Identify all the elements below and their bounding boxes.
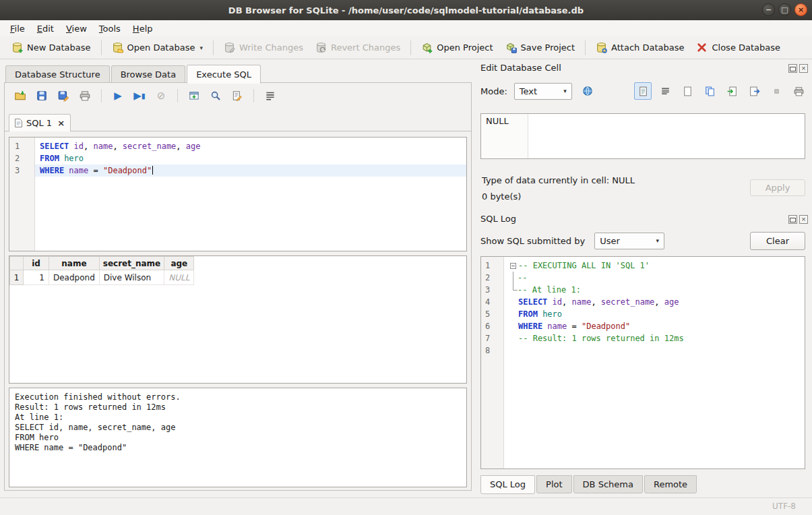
results-table: idnamesecret_nameage11DeadpondDive Wilso… [9,256,194,285]
project-save-icon [505,42,517,53]
open-database-dropdown-icon[interactable]: ▾ [199,44,203,51]
log-line: WHERE name = "Deadpond" [504,320,805,332]
globe-icon [582,85,594,97]
new-database-button[interactable]: New Database [5,38,97,57]
main-tab-bar: Database Structure Browse Data Execute S… [5,64,262,83]
message-line: At line 1: [15,413,461,423]
execute-all-button[interactable]: ▶ [109,87,127,104]
text-mode-button[interactable] [634,82,652,100]
tab-execute-sql[interactable]: Execute SQL [187,65,261,84]
cell-name[interactable]: Deadpond [49,270,100,285]
printer-icon [793,86,805,97]
tab-database-structure[interactable]: Database Structure [5,65,110,83]
auto-format-button[interactable] [228,87,246,104]
undock-icon[interactable] [788,64,797,73]
close-window-button[interactable]: × [794,3,807,16]
attach-database-button[interactable]: Attach Database [590,38,690,57]
tab-remote[interactable]: Remote [644,475,697,493]
apply-button[interactable]: Apply [750,179,805,196]
stop-execution-button[interactable]: ⊘ [152,87,170,104]
tab-browse-data[interactable]: Browse Data [111,65,186,83]
open-database-button[interactable]: Open Database ▾ [106,38,209,57]
column-header-age[interactable]: age [164,257,194,270]
cell-type-info: Type of data currently in cell: NULL [482,175,635,185]
import-cell-button[interactable] [723,82,741,100]
undock-icon[interactable] [788,215,797,224]
menu-tools[interactable]: Tools [93,22,127,36]
execute-line-button[interactable]: ▶▮ [131,87,148,104]
right-pane: Edit Database Cell × Mode: Text ▾ [476,59,812,497]
column-header-id[interactable]: id [24,257,49,270]
new-tab-icon [188,90,200,102]
print-sql-button[interactable] [76,87,94,104]
column-header-name[interactable]: name [49,257,100,270]
line-number: 8 [485,344,503,357]
menu-file[interactable]: File [4,22,31,36]
binary-mode-button[interactable] [679,82,696,100]
minimize-button[interactable]: − [762,3,775,16]
line-number: 1 [485,260,503,272]
cell-age[interactable]: NULL [164,270,194,285]
close-panel-icon[interactable]: × [799,64,808,73]
editor-gutter: 123 [9,138,35,251]
tab-sql-log[interactable]: SQL Log [480,475,535,494]
toolbar-separator [101,89,102,102]
cell-options-button[interactable] [579,82,596,100]
submitter-select[interactable]: User ▾ [594,233,664,249]
edit-cell-dock-controls: × [788,64,808,73]
clear-log-button[interactable]: Clear [750,232,805,250]
document-blank-icon [682,86,693,97]
tab-db-schema[interactable]: DB Schema [573,475,643,493]
export-cell-button[interactable] [745,82,763,100]
sql-file-tab[interactable]: SQL 1 × [9,114,71,131]
justify-button[interactable] [656,82,674,100]
close-panel-icon[interactable]: × [799,215,808,224]
message-line: WHERE name = "Deadpond" [15,443,461,453]
column-header-secret_name[interactable]: secret_name [99,257,164,270]
open-new-tab-button[interactable] [185,87,203,104]
maximize-button[interactable]: □ [778,3,791,16]
copy-cell-button[interactable] [701,82,718,100]
fold-marker-icon[interactable]: − [510,263,516,269]
cell-secret_name[interactable]: Dive Wilson [99,270,164,285]
toolbar-separator [410,40,411,55]
print-cell-button[interactable] [790,82,807,100]
sql-editor[interactable]: 123 SELECT id, name, secret_name, ageFRO… [9,137,467,251]
message-line: FROM hero [15,433,461,443]
cell-id[interactable]: 1 [24,270,49,285]
word-wrap-button[interactable] [261,87,279,104]
write-changes-button[interactable]: Write Changes [218,38,309,57]
revert-changes-button[interactable]: Revert Changes [309,38,406,57]
stop-icon: ⊘ [157,91,166,101]
set-null-button[interactable] [768,82,785,100]
close-tab-icon[interactable]: × [57,118,65,128]
cell-editor[interactable]: NULL [480,113,805,159]
red-x-icon [696,42,708,53]
database-attach-icon [596,42,607,53]
open-sql-file-button[interactable] [11,87,29,104]
save-sql-as-button[interactable] [55,87,72,104]
sql-log-filter-row: Show SQL submitted by User ▾ Clear [480,231,805,251]
row-header[interactable]: 1 [10,270,24,285]
menu-edit[interactable]: Edit [31,22,60,36]
play-line-icon: ▶ [133,91,142,101]
find-replace-button[interactable] [207,87,224,104]
cell-size-info: 0 byte(s) [482,191,521,202]
mode-select[interactable]: Text ▾ [514,83,572,100]
document-pencil-icon [231,90,243,102]
close-database-button[interactable]: Close Database [690,38,786,57]
toolbar-separator [253,89,254,102]
save-project-button[interactable]: Save Project [499,38,582,57]
chevron-down-icon: ▾ [648,237,660,244]
tab-plot[interactable]: Plot [536,475,572,493]
table-row: 11DeadpondDive WilsonNULL [10,270,194,285]
open-project-button[interactable]: Open Project [415,38,499,57]
status-bar: UTF-8 [0,497,812,515]
message-line: SELECT id, name, secret_name, age [15,423,461,433]
menu-view[interactable]: View [60,22,93,36]
filter-label: Show SQL submitted by [480,236,585,246]
sql-log-view[interactable]: 12345678 −-- EXECUTING ALL IN 'SQL 1'---… [480,256,805,469]
save-sql-file-button[interactable] [33,87,51,104]
line-number: 6 [485,320,503,332]
menu-help[interactable]: Help [127,22,159,36]
